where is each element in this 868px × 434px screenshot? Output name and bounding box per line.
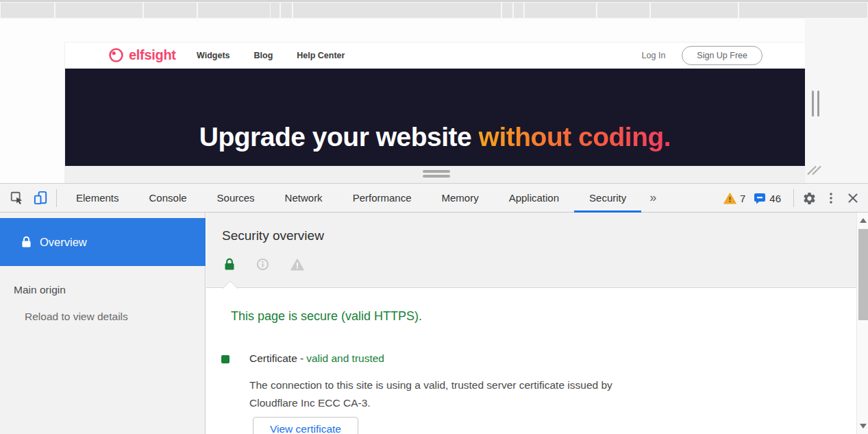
signup-button[interactable]: Sign Up Free — [682, 46, 762, 65]
overview-label: Overview — [40, 236, 87, 249]
warning-count: 7 — [740, 193, 745, 204]
scrollbar-up-arrow[interactable] — [860, 218, 867, 223]
devtools-toolbar: Elements Console Sources Network Perform… — [0, 183, 868, 213]
panel-title: Security overview — [222, 228, 324, 243]
browser-tab-placeholder[interactable] — [1, 3, 54, 18]
hero-headline-plain: Upgrade your website — [199, 122, 471, 152]
tab-sources[interactable]: Sources — [202, 184, 270, 212]
screen: elfsight Widgets Blog Help Center Log In… — [0, 0, 868, 434]
message-icon — [754, 192, 766, 204]
security-summary: This page is secure (valid HTTPS). Certi… — [206, 289, 856, 434]
elfsight-logo-icon — [108, 47, 124, 63]
close-devtools-icon[interactable] — [842, 187, 864, 209]
site-nav: Widgets Blog Help Center — [197, 43, 345, 69]
tab-memory[interactable]: Memory — [427, 184, 494, 212]
more-options-icon[interactable] — [820, 187, 842, 209]
browser-tab-placeholder[interactable] — [525, 3, 596, 18]
brand-name: elfsight — [129, 47, 176, 63]
warning-icon — [723, 193, 736, 204]
devtools-tabs: Elements Console Sources Network Perform… — [61, 184, 641, 212]
reload-hint-text: Reload to view details — [25, 311, 128, 323]
browser-tab-placeholder[interactable] — [198, 3, 270, 18]
scrollbar[interactable] — [856, 213, 868, 434]
browser-tab-placeholder[interactable] — [502, 3, 512, 18]
sidebar-item-main-origin[interactable]: Main origin — [14, 284, 66, 296]
message-count: 46 — [769, 193, 781, 204]
hero-banner: Upgrade your website without coding. — [65, 69, 805, 166]
browser-tab-placeholder[interactable] — [514, 3, 523, 18]
browser-tab-placeholder[interactable] — [651, 3, 738, 18]
certificate-detail: The connection to this site is using a v… — [249, 376, 655, 412]
security-overview-header: Security overview — [206, 213, 856, 288]
browser-tab-strip — [0, 0, 868, 19]
nav-help-center[interactable]: Help Center — [297, 51, 345, 60]
device-toolbar-icon[interactable] — [29, 186, 52, 210]
security-sidebar: Overview Main origin Reload to view deta… — [0, 213, 206, 434]
tab-elements[interactable]: Elements — [61, 184, 134, 212]
browser-tab-placeholder[interactable] — [144, 3, 197, 18]
scrollbar-thumb[interactable] — [858, 229, 868, 320]
browser-tab-placeholder[interactable] — [293, 3, 501, 18]
elfsight-logo[interactable]: elfsight — [108, 47, 176, 63]
browser-tab-placeholder[interactable] — [281, 3, 292, 18]
nav-blog[interactable]: Blog — [254, 51, 273, 60]
inspect-element-icon[interactable] — [5, 186, 29, 210]
certificate-status-bullet — [221, 355, 230, 363]
info-icon — [256, 258, 269, 271]
tab-network[interactable]: Network — [270, 184, 338, 212]
more-tabs-icon[interactable]: » — [649, 191, 656, 205]
webpage-viewport: elfsight Widgets Blog Help Center Log In… — [65, 43, 805, 183]
messages-badge[interactable]: 46 — [754, 192, 781, 204]
certificate-line: Certificate -valid and trusted — [249, 352, 384, 365]
security-main: Security overview — [206, 213, 856, 434]
right-gutter — [805, 19, 868, 183]
tab-application[interactable]: Application — [494, 184, 574, 212]
tab-security[interactable]: Security — [574, 184, 641, 212]
browser-tab-placeholder[interactable] — [271, 3, 280, 18]
tab-console[interactable]: Console — [134, 184, 202, 212]
warnings-badge[interactable]: 7 — [723, 193, 745, 204]
selected-notch — [223, 280, 238, 289]
sidebar-item-overview[interactable]: Overview — [0, 218, 206, 266]
secure-lock-icon — [224, 258, 235, 271]
warning-triangle-icon — [290, 258, 304, 271]
security-panel: Overview Main origin Reload to view deta… — [0, 213, 868, 434]
site-header: elfsight Widgets Blog Help Center Log In… — [65, 43, 805, 69]
scrollbar-down-arrow[interactable] — [860, 424, 867, 429]
auth-area: Log In Sign Up Free — [642, 43, 762, 69]
hero-headline: Upgrade your website without coding. — [65, 122, 805, 152]
hero-headline-accent: without coding. — [479, 122, 671, 152]
devtools-panel: Elements Console Sources Network Perform… — [0, 183, 868, 434]
nav-widgets[interactable]: Widgets — [197, 51, 230, 60]
view-certificate-button[interactable]: View certificate — [253, 417, 358, 434]
toolbar-separator — [793, 189, 794, 207]
toolbar-separator — [56, 189, 57, 207]
browser-tab-placeholder[interactable] — [55, 3, 142, 18]
secure-status-heading: This page is secure (valid HTTPS). — [231, 309, 422, 324]
toolbar-right-cluster: 7 46 — [723, 184, 864, 213]
tab-performance[interactable]: Performance — [338, 184, 427, 212]
security-state-icons — [224, 258, 304, 271]
lock-icon — [21, 236, 32, 248]
certificate-label: Certificate - — [249, 352, 303, 364]
login-link[interactable]: Log In — [642, 51, 666, 60]
settings-gear-icon[interactable] — [798, 187, 820, 209]
browser-tab-placeholder[interactable] — [597, 3, 649, 18]
certificate-status: valid and trusted — [306, 352, 384, 364]
browser-tab-placeholder[interactable] — [739, 3, 867, 18]
